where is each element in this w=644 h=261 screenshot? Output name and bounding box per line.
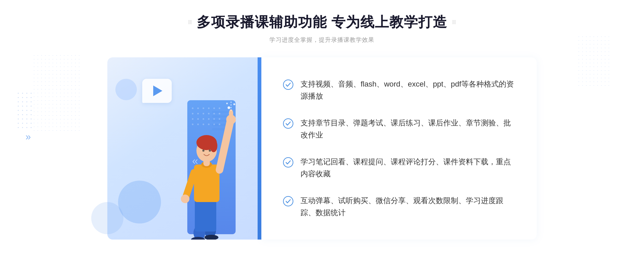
half-circle-deco (91, 202, 123, 234)
svg-point-16 (208, 118, 210, 120)
dots-decoration-page-left (16, 91, 35, 129)
feature-text-4: 互动弹幕、试听购买、微信分享、观看次数限制、学习进度跟踪、数据统计 (301, 195, 515, 219)
page-title: 多项录播课辅助功能 专为线上教学打造 (197, 13, 447, 32)
svg-rect-31 (194, 165, 219, 202)
svg-point-37 (181, 195, 189, 203)
blue-divider-bar (258, 57, 261, 240)
svg-point-10 (208, 113, 210, 114)
svg-point-41 (210, 139, 217, 152)
svg-point-4 (208, 107, 210, 109)
svg-point-22 (208, 124, 210, 125)
main-content: « (107, 57, 537, 240)
svg-point-49 (283, 119, 293, 128)
feature-item-2: 支持章节目录、弹题考试、课后练习、课后作业、章节测验、批改作业 (283, 111, 515, 147)
svg-point-1 (192, 107, 193, 109)
svg-point-47 (226, 103, 228, 104)
svg-point-42 (202, 150, 204, 152)
svg-point-7 (192, 113, 193, 114)
feature-item-3: 学习笔记回看、课程提问、课程评论打分、课件资料下载，重点内容收藏 (283, 150, 515, 186)
svg-rect-28 (195, 199, 216, 232)
svg-point-50 (283, 158, 293, 167)
check-icon-1 (283, 79, 294, 90)
svg-point-12 (219, 113, 220, 114)
svg-point-17 (213, 118, 215, 120)
svg-point-46 (233, 103, 235, 105)
page-container: » ⁞⁞ 多项录播课辅助功能 专为线上教学打造 ⁞⁞ 学习进度全掌握，提升录播课… (0, 0, 644, 261)
circle-deco-small (115, 79, 137, 100)
check-icon-3 (283, 157, 294, 168)
svg-point-8 (197, 113, 199, 114)
svg-point-48 (283, 80, 293, 90)
svg-point-6 (219, 107, 220, 109)
deco-dots-right: ⁞⁞ (452, 19, 456, 26)
svg-point-14 (197, 118, 199, 120)
svg-point-45 (228, 106, 230, 109)
svg-point-13 (192, 118, 193, 120)
svg-point-18 (219, 118, 220, 120)
svg-point-2 (197, 107, 199, 109)
right-features-panel: 支持视频、音频、flash、word、excel、ppt、pdf等各种格式的资源… (261, 57, 537, 240)
svg-point-21 (203, 124, 204, 125)
title-row: ⁞⁞ 多项录播课辅助功能 专为线上教学打造 ⁞⁞ (188, 13, 456, 32)
svg-point-9 (203, 113, 204, 114)
arrow-left-icon: » (25, 131, 31, 143)
circle-deco-large (118, 181, 161, 223)
check-icon-4 (283, 196, 294, 207)
svg-point-23 (213, 124, 215, 125)
deco-dots-left: ⁞⁞ (188, 19, 192, 26)
figure-illustration: « (155, 84, 246, 240)
feature-text-3: 学习笔记回看、课程提问、课程评论打分、课件资料下载，重点内容收藏 (301, 156, 515, 180)
svg-point-43 (209, 150, 211, 152)
svg-point-19 (192, 124, 193, 125)
svg-point-15 (203, 118, 204, 120)
dots-decoration-right (577, 35, 609, 88)
svg-point-3 (203, 107, 204, 109)
feature-item-4: 互动弹幕、试听购买、微信分享、观看次数限制、学习进度跟踪、数据统计 (283, 189, 515, 225)
svg-point-20 (197, 124, 199, 125)
svg-point-24 (219, 124, 220, 125)
feature-text-2: 支持章节目录、弹题考试、课后练习、课后作业、章节测验、批改作业 (301, 117, 515, 141)
feature-text-1: 支持视频、音频、flash、word、excel、ppt、pdf等各种格式的资源… (301, 78, 515, 102)
svg-point-5 (213, 107, 215, 109)
header-section: ⁞⁞ 多项录播课辅助功能 专为线上教学打造 ⁞⁞ 学习进度全掌握，提升录播课教学… (188, 13, 456, 44)
feature-item-1: 支持视频、音频、flash、word、excel、ppt、pdf等各种格式的资源… (283, 72, 515, 108)
page-subtitle: 学习进度全掌握，提升录播课教学效果 (188, 36, 456, 44)
svg-point-11 (213, 113, 215, 114)
dots-decoration-left (32, 54, 80, 134)
left-illustration-panel: « (107, 57, 258, 240)
check-icon-2 (283, 118, 294, 129)
svg-point-51 (283, 196, 293, 206)
